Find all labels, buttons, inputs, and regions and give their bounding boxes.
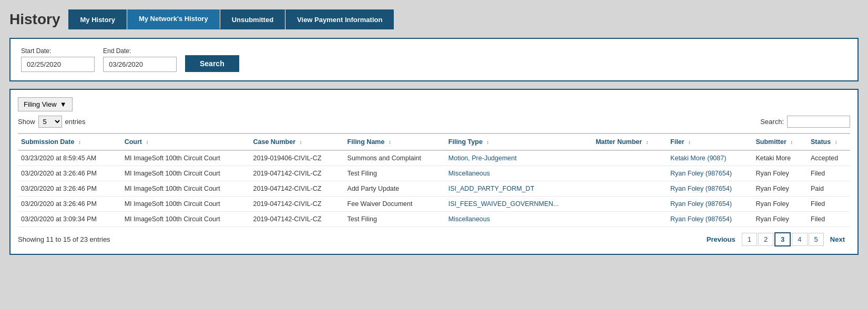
table-row: 03/20/2020 at 3:26:46 PMMI ImageSoft 100… xyxy=(18,181,850,197)
tab-my-history[interactable]: My History xyxy=(68,9,127,29)
col-filing-type[interactable]: Filing Type ↕ xyxy=(445,133,593,150)
filer-cell[interactable]: Ryan Foley (987654) xyxy=(667,181,752,197)
header-row: History My HistoryMy Network's HistoryUn… xyxy=(9,9,859,29)
sort-icon-case-number: ↕ xyxy=(300,139,302,145)
filer-cell[interactable]: Ketaki More (9087) xyxy=(667,150,752,166)
col-filer[interactable]: Filer ↕ xyxy=(667,133,752,150)
filing-view-dropdown[interactable]: Filing View ▼ xyxy=(18,97,73,111)
sort-icon-status: ↕ xyxy=(835,139,838,145)
filing-type-cell[interactable]: ISI_FEES_WAIVED_GOVERNMEN... xyxy=(445,197,593,212)
col-filing-name[interactable]: Filing Name ↕ xyxy=(344,133,445,150)
table-bottom: Showing 11 to 15 of 23 entries Previous1… xyxy=(18,232,850,246)
search-right: Search: xyxy=(760,116,850,128)
page-title: History xyxy=(9,11,60,28)
case-number-cell: 2019-047142-CIVIL-CZ xyxy=(250,197,344,212)
matter-number-cell xyxy=(593,166,667,181)
col-court[interactable]: Court ↕ xyxy=(121,133,250,150)
sort-icon-filing-name: ↕ xyxy=(389,139,391,145)
pagination-page-4[interactable]: 4 xyxy=(792,233,807,246)
table-row: 03/20/2020 at 3:26:46 PMMI ImageSoft 100… xyxy=(18,197,850,212)
pagination-page-2[interactable]: 2 xyxy=(758,233,773,246)
filing-name-cell: Summons and Complaint xyxy=(344,150,445,166)
entries-label: entries xyxy=(65,118,86,126)
filing-type-cell[interactable]: Miscellaneous xyxy=(445,212,593,227)
showing-text: Showing 11 to 15 of 23 entries xyxy=(18,235,110,243)
history-table: Submission Date ↕Court ↕Case Number ↕Fil… xyxy=(18,133,850,227)
sort-icon-submitter: ↕ xyxy=(790,139,793,145)
filer-cell[interactable]: Ryan Foley (987654) xyxy=(667,212,752,227)
case-number-cell: 2019-047142-CIVIL-CZ xyxy=(250,212,344,227)
start-date-group: Start Date: xyxy=(21,47,95,72)
submitter-cell: Ketaki More xyxy=(753,150,808,166)
tab-view-payment[interactable]: View Payment Information xyxy=(285,9,394,29)
sort-icon-matter-number: ↕ xyxy=(646,139,649,145)
tab-bar: My HistoryMy Network's HistoryUnsubmitte… xyxy=(68,9,394,29)
table-controls-top: Show 5 10 25 50 entries Search: xyxy=(18,116,850,128)
submitter-cell: Ryan Foley xyxy=(753,181,808,197)
court-cell: MI ImageSoft 100th Circuit Court xyxy=(121,212,250,227)
table-panel: Filing View ▼ Show 5 10 25 50 entries Se… xyxy=(9,89,859,255)
matter-number-cell xyxy=(593,181,667,197)
submitter-cell: Ryan Foley xyxy=(753,197,808,212)
tab-unsubmitted[interactable]: Unsubmitted xyxy=(220,9,285,29)
table-head: Submission Date ↕Court ↕Case Number ↕Fil… xyxy=(18,133,850,150)
start-date-input[interactable] xyxy=(21,57,95,72)
court-cell: MI ImageSoft 100th Circuit Court xyxy=(121,150,250,166)
col-submitter[interactable]: Submitter ↕ xyxy=(753,133,808,150)
end-date-group: End Date: xyxy=(103,47,177,72)
sort-icon-filer: ↕ xyxy=(688,139,691,145)
filing-view-label: Filing View xyxy=(24,100,57,108)
pagination-page-1[interactable]: 1 xyxy=(742,233,757,246)
status-cell: Filed xyxy=(808,197,850,212)
pagination-previous[interactable]: Previous xyxy=(701,233,741,245)
search-button[interactable]: Search xyxy=(185,55,239,72)
filing-type-cell[interactable]: Motion, Pre-Judgement xyxy=(445,150,593,166)
filing-name-cell: Add Party Update xyxy=(344,181,445,197)
matter-number-cell xyxy=(593,212,667,227)
page-wrapper: History My HistoryMy Network's HistoryUn… xyxy=(0,0,868,264)
end-date-label: End Date: xyxy=(103,47,177,55)
filing-name-cell: Test Filing xyxy=(344,166,445,181)
submitter-cell: Ryan Foley xyxy=(753,212,808,227)
filing-name-cell: Test Filing xyxy=(344,212,445,227)
case-number-cell: 2019-019406-CIVIL-CZ xyxy=(250,150,344,166)
case-number-cell: 2019-047142-CIVIL-CZ xyxy=(250,166,344,181)
filing-name-cell: Fee Waiver Document xyxy=(344,197,445,212)
entries-select[interactable]: 5 10 25 50 xyxy=(38,116,62,128)
col-submission-date[interactable]: Submission Date ↕ xyxy=(18,133,121,150)
show-entries: Show 5 10 25 50 entries xyxy=(18,116,86,128)
submission-date-cell: 03/20/2020 at 3:26:46 PM xyxy=(18,197,121,212)
top-row-controls: Filing View ▼ xyxy=(18,97,850,111)
filing-type-cell[interactable]: ISI_ADD_PARTY_FORM_DT xyxy=(445,181,593,197)
submission-date-cell: 03/20/2020 at 3:26:46 PM xyxy=(18,166,121,181)
col-matter-number[interactable]: Matter Number ↕ xyxy=(593,133,667,150)
pagination-next[interactable]: Next xyxy=(825,233,850,245)
pagination-page-3[interactable]: 3 xyxy=(774,232,791,246)
filing-type-cell[interactable]: Miscellaneous xyxy=(445,166,593,181)
pagination-page-5[interactable]: 5 xyxy=(809,233,824,246)
col-case-number[interactable]: Case Number ↕ xyxy=(250,133,344,150)
table-body: 03/23/2020 at 8:59:45 AMMI ImageSoft 100… xyxy=(18,150,850,227)
filer-cell[interactable]: Ryan Foley (987654) xyxy=(667,197,752,212)
pagination: Previous12345Next xyxy=(701,232,850,246)
table-row: 03/23/2020 at 8:59:45 AMMI ImageSoft 100… xyxy=(18,150,850,166)
sort-icon-court: ↕ xyxy=(146,139,148,145)
search-panel-inner: Start Date: End Date: Search xyxy=(21,47,847,72)
header-row-table: Submission Date ↕Court ↕Case Number ↕Fil… xyxy=(18,133,850,150)
submitter-cell: Ryan Foley xyxy=(753,166,808,181)
tab-my-network-history[interactable]: My Network's History xyxy=(127,9,220,29)
table-search-input[interactable] xyxy=(787,116,850,128)
show-label: Show xyxy=(18,118,35,126)
col-status[interactable]: Status ↕ xyxy=(808,133,850,150)
submission-date-cell: 03/20/2020 at 3:26:46 PM xyxy=(18,181,121,197)
court-cell: MI ImageSoft 100th Circuit Court xyxy=(121,197,250,212)
table-row: 03/20/2020 at 3:09:34 PMMI ImageSoft 100… xyxy=(18,212,850,227)
sort-icon-submission-date: ↕ xyxy=(78,139,81,145)
start-date-label: Start Date: xyxy=(21,47,95,55)
status-cell: Accepted xyxy=(808,150,850,166)
filer-cell[interactable]: Ryan Foley (987654) xyxy=(667,166,752,181)
search-panel: Start Date: End Date: Search xyxy=(9,38,859,81)
submission-date-cell: 03/23/2020 at 8:59:45 AM xyxy=(18,150,121,166)
end-date-input[interactable] xyxy=(103,57,177,72)
status-cell: Paid xyxy=(808,181,850,197)
